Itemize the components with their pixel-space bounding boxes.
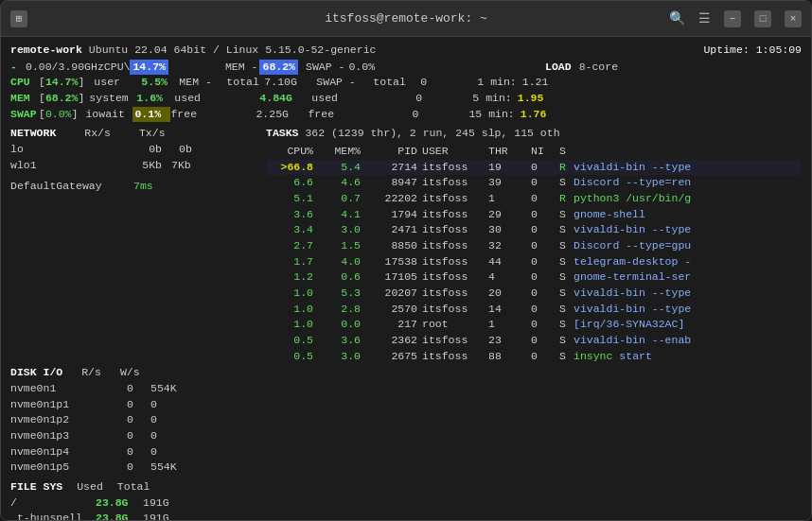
p5-user: itsfoss	[422, 222, 484, 238]
metrics-row3: SWAP [ 0.0% ] iowait 0.1% free 2.25G fre…	[10, 107, 802, 123]
disk-d4-r: 0	[96, 428, 133, 444]
p9-user: itsfoss	[422, 286, 484, 302]
p6-cpu: 2.7	[266, 238, 313, 254]
fs-header: FILE SYS Used Total	[10, 479, 266, 495]
load-cores: 8-core	[579, 60, 618, 76]
disk-nvme0n1p5: nvme0n1p5 0 554K	[10, 460, 266, 476]
p4-pid: 1794	[365, 207, 417, 223]
p1-thr: 19	[488, 160, 526, 176]
p10-cpu: 1.0	[266, 302, 313, 318]
col-pid: PID	[365, 144, 417, 160]
p5-mem: 3.0	[318, 222, 361, 238]
p7-name: telegram-desktop -	[574, 254, 691, 270]
p12-pid: 2362	[365, 333, 417, 349]
load-5min: 1.95	[518, 91, 544, 107]
p4-thr: 29	[488, 207, 526, 223]
network-tasks-row: NETWORK Rx/s Tx/s lo 0b 0b wlo1 5Kb 7Kb …	[10, 126, 802, 364]
p1-name: vivaldi-bin --type	[574, 160, 691, 176]
p5-pid: 2471	[365, 222, 417, 238]
p9-s: S	[559, 286, 574, 302]
p13-name: insync start	[574, 349, 652, 365]
p4-mem: 4.1	[318, 207, 361, 223]
fs-used-label: Used	[77, 479, 103, 495]
p4-ni: 0	[531, 207, 555, 223]
disk-header: DISK I/O R/s W/s	[10, 365, 266, 381]
metrics-row1: CPU [ 14.7% ] user 5.5% MEM - total 7.10…	[10, 75, 802, 91]
p5-cpu: 3.4	[266, 222, 313, 238]
p4-s: S	[559, 207, 574, 223]
network-wlo1: wlo1 5Kb 7Kb	[10, 158, 266, 174]
maximize-button[interactable]: □	[754, 10, 771, 27]
lo-iface: lo	[10, 142, 115, 158]
os-info: Ubuntu 22.04 64bit / Linux 5.15.0-52-gen…	[89, 43, 377, 56]
p3-user: itsfoss	[422, 191, 484, 207]
pin-button[interactable]: ⊞	[10, 10, 27, 27]
disk-d4-w: 0	[150, 428, 157, 444]
p7-s: S	[559, 254, 574, 270]
proc-row-7: 1.7 4.0 17538 itsfoss 44 0 S telegram-de…	[266, 254, 802, 270]
p4-cpu: 3.6	[266, 207, 313, 223]
p1-ni: 0	[531, 160, 555, 176]
cpu-bar: 14.7%	[130, 60, 168, 76]
disk-nvme0n1: nvme0n1 0 554K	[10, 381, 266, 397]
disk-d3-name: nvme0n1p2	[10, 412, 96, 428]
proc-row-13: 0.5 3.0 2675 itsfoss 88 0 S insync start	[266, 349, 802, 365]
disk-d2-name: nvme0n1p1	[10, 397, 96, 413]
p7-pid: 17538	[365, 254, 417, 270]
p13-user: itsfoss	[422, 349, 484, 365]
p8-ni: 0	[531, 269, 555, 286]
menu-icon[interactable]: ☰	[698, 10, 711, 26]
disk-nvme0n1p1: nvme0n1p1 0 0	[10, 397, 266, 413]
fs-root-name: /	[10, 495, 96, 512]
hostname: remote-work	[10, 43, 82, 56]
fs-section: FILE SYS Used Total / 23.8G 191G _t-huns…	[10, 479, 266, 520]
p4-name: gnome-shell	[574, 207, 645, 223]
mem-total: 7.10G	[264, 75, 316, 91]
wlo1-iface: wlo1	[10, 158, 115, 174]
search-icon[interactable]: 🔍	[669, 10, 685, 26]
disk-d5-r: 0	[96, 444, 133, 460]
pin-icon: ⊞	[16, 12, 23, 25]
disk-d1-w: 554K	[150, 381, 177, 397]
p3-pid: 22202	[365, 191, 417, 207]
terminal-window: ⊞ itsfoss@remote-work: ~ 🔍 ☰ − □ × remot…	[0, 0, 812, 521]
p13-thr: 88	[488, 349, 526, 365]
p8-thr: 4	[488, 269, 526, 286]
p2-ni: 0	[531, 175, 555, 191]
network-section: NETWORK Rx/s Tx/s lo 0b 0b wlo1 5Kb 7Kb …	[10, 126, 266, 364]
p8-cpu: 1.2	[266, 269, 313, 286]
cpu-label: -	[10, 60, 26, 76]
window-title: itsfoss@remote-work: ~	[325, 11, 487, 26]
p3-name: python3 /usr/bin/g	[574, 191, 691, 207]
cpu-user: 5.5%	[141, 75, 179, 91]
p5-ni: 0	[531, 222, 555, 238]
p8-user: itsfoss	[422, 269, 484, 286]
p5-name: vivaldi-bin --type	[574, 222, 691, 238]
p3-ni: 0	[531, 191, 555, 207]
gateway-ping: 7ms	[133, 179, 153, 195]
proc-row-12: 0.5 3.6 2362 itsfoss 23 0 S vivaldi-bin …	[266, 333, 802, 349]
disk-d2-w: 0	[150, 397, 157, 413]
fs-total-label: Total	[117, 479, 150, 495]
fs-label: FILE SYS	[10, 479, 62, 495]
p8-s: S	[559, 269, 574, 286]
proc-row-10: 1.0 2.8 2570 itsfoss 14 0 S vivaldi-bin …	[266, 302, 802, 318]
p13-mem: 3.0	[318, 349, 361, 365]
proc-row-5: 3.4 3.0 2471 itsfoss 30 0 S vivaldi-bin …	[266, 222, 802, 238]
swap-bracket-pct: 0.0%	[45, 107, 72, 123]
minimize-button[interactable]: −	[724, 10, 741, 27]
p7-cpu: 1.7	[266, 254, 313, 270]
p3-thr: 1	[488, 191, 526, 207]
close-button[interactable]: ×	[785, 10, 802, 27]
load-15min: 1.76	[521, 107, 547, 123]
p11-thr: 1	[488, 317, 526, 333]
col-mem: MEM%	[318, 144, 361, 160]
p12-ni: 0	[531, 333, 555, 349]
disk-ws-label: W/s	[120, 365, 140, 381]
network-lo: lo 0b 0b	[10, 142, 266, 158]
fs-root: / 23.8G 191G	[10, 495, 266, 512]
disk-fs-row: DISK I/O R/s W/s nvme0n1 0 554K nvme0n1p…	[10, 365, 802, 520]
disk-d5-name: nvme0n1p4	[10, 444, 96, 460]
disk-d6-r: 0	[96, 460, 133, 476]
host-info: remote-work Ubuntu 22.04 64bit / Linux 5…	[10, 43, 376, 59]
